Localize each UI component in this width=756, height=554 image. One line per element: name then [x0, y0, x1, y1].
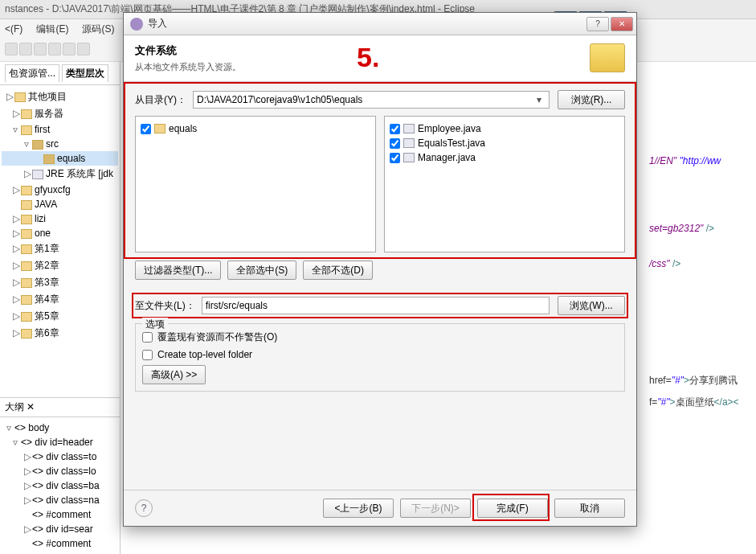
outline-item[interactable]: ▷<> div class=lo — [2, 464, 118, 478]
folder-icon — [154, 124, 166, 133]
menu-source[interactable]: 源码(S) — [82, 23, 114, 35]
project-tree-item[interactable]: ▷第5章 — [2, 308, 118, 325]
file-label: Manager.java — [418, 152, 476, 163]
outline-item[interactable]: <> #comment — [2, 536, 118, 551]
dialog-icon — [130, 18, 143, 31]
overwrite-checkbox[interactable] — [142, 332, 153, 343]
options-group: 覆盖现有资源而不作警告(O) Create top-level folder 高… — [135, 323, 625, 392]
header-subtitle: 从本地文件系统导入资源。 — [135, 61, 241, 73]
menu-edit[interactable]: 编辑(E) — [36, 23, 68, 35]
toolbar-icon[interactable] — [19, 43, 32, 55]
java-file-icon — [403, 153, 415, 162]
to-folder-input[interactable] — [202, 297, 550, 314]
from-dir-value: D:\JAVA2017\corejava9\v1ch05\equals — [197, 94, 362, 105]
finish-button[interactable]: 完成(F) — [477, 499, 548, 518]
outline-item[interactable]: ▷<> div class=na — [2, 493, 118, 507]
tree-item-label: equals — [169, 123, 197, 134]
project-tree-item[interactable]: ▷gfyuxcfg — [2, 183, 118, 197]
tree-item-equals[interactable]: equals — [141, 121, 370, 136]
dialog-footer: ? <上一步(B) 下一步(N)> 完成(F) 取消 — [124, 490, 636, 526]
select-all-button[interactable]: 全部选中(S) — [227, 261, 296, 280]
outline-item[interactable]: ▿<> body — [2, 421, 118, 435]
outline-item[interactable]: <> #comment — [2, 507, 118, 522]
toolbar-icon[interactable] — [63, 43, 76, 55]
project-tree-item[interactable]: ▷JRE 系统库 [jdk — [2, 166, 118, 183]
project-tree-item[interactable]: ▷第2章 — [2, 257, 118, 274]
from-dir-label: 从目录(Y)： — [135, 93, 186, 107]
tab-package-explorer[interactable]: 包资源管... — [5, 64, 59, 82]
file-item[interactable]: EqualsTest.java — [390, 136, 619, 150]
view-tabs[interactable]: 包资源管... 类型层次 — [0, 62, 120, 85]
browse-r-button[interactable]: 浏览(R)... — [558, 90, 625, 109]
project-tree-item[interactable]: ▷第6章 — [2, 325, 118, 342]
outline-item[interactable]: ▷<> div class=ba — [2, 478, 118, 493]
browse-w-button[interactable]: 浏览(W)... — [558, 296, 625, 315]
annotation-5: 5. — [357, 42, 379, 73]
toolbar-icon[interactable] — [34, 43, 47, 55]
file-checkbox[interactable] — [390, 138, 400, 149]
dialog-title: 导入 — [148, 17, 585, 31]
back-button[interactable]: <上一步(B) — [323, 499, 394, 518]
project-tree-item[interactable]: ▷其他项目 — [2, 88, 118, 105]
dialog-header: 文件系统 从本地文件系统导入资源。 5. — [124, 35, 636, 82]
project-tree-item[interactable]: ▷第3章 — [2, 274, 118, 291]
project-tree-item[interactable]: ▿first — [2, 122, 118, 137]
outline-title: 大纲 — [5, 401, 24, 412]
overwrite-label: 覆盖现有资源而不作警告(O) — [157, 330, 277, 344]
file-item[interactable]: Manager.java — [390, 150, 619, 165]
java-file-icon — [403, 138, 415, 148]
project-tree-item[interactable]: equals — [2, 151, 118, 166]
folder-icon — [590, 43, 625, 72]
file-label: Employee.java — [418, 123, 481, 134]
dialog-title-bar[interactable]: 导入 ? ✕ — [124, 13, 636, 35]
outline-view[interactable]: 大纲 ✕ ▿<> body▿<> div id=header▷<> div cl… — [0, 397, 120, 554]
outline-item[interactable]: ▷<> div class=to — [2, 449, 118, 464]
toolbar-icon[interactable] — [48, 43, 61, 55]
chevron-down-icon[interactable]: ▾ — [533, 94, 546, 105]
deselect-all-button[interactable]: 全部不选(D) — [303, 261, 373, 280]
outline-item[interactable]: ▿<> div id=header — [2, 435, 118, 449]
project-tree-item[interactable]: ▷lizi — [2, 211, 118, 226]
cancel-button[interactable]: 取消 — [554, 499, 625, 518]
file-item[interactable]: Employee.java — [390, 121, 619, 136]
advanced-button[interactable]: 高级(A) >> — [142, 365, 206, 384]
tab-type-hierarchy[interactable]: 类型层次 — [62, 64, 108, 82]
java-file-icon — [403, 124, 415, 133]
import-dialog: 导入 ? ✕ 文件系统 从本地文件系统导入资源。 5. 从目录(Y)： D:\J… — [123, 12, 637, 527]
project-tree-item[interactable]: ▷服务器 — [2, 105, 118, 122]
file-list-pane[interactable]: Employee.javaEqualsTest.javaManager.java — [384, 116, 625, 252]
menu-file[interactable]: <(F) — [5, 23, 22, 35]
toplevel-label: Create top-level folder — [157, 349, 252, 360]
dialog-help-icon[interactable]: ? — [586, 17, 609, 31]
header-title: 文件系统 — [135, 43, 241, 58]
project-tree-item[interactable]: ▷第1章 — [2, 240, 118, 257]
tree-item-checkbox[interactable] — [141, 124, 151, 134]
toplevel-checkbox[interactable] — [142, 350, 153, 360]
file-checkbox[interactable] — [390, 153, 400, 163]
toolbar-icon[interactable] — [5, 43, 18, 55]
filter-type-button[interactable]: 过滤器类型(T)... — [135, 261, 221, 280]
from-dir-combo[interactable]: D:\JAVA2017\corejava9\v1ch05\equals ▾ — [193, 91, 550, 109]
toolbar-icon[interactable] — [77, 43, 90, 55]
file-checkbox[interactable] — [390, 124, 400, 134]
eclipse-left-panel: 包资源管... 类型层次 ▷其他项目▷服务器▿first▿srcequals▷J… — [0, 62, 121, 554]
project-tree-item[interactable]: ▷第4章 — [2, 291, 118, 308]
project-tree-item[interactable]: ▷one — [2, 226, 118, 240]
file-label: EqualsTest.java — [418, 137, 485, 149]
project-tree-item[interactable]: ▿src — [2, 137, 118, 151]
dialog-close-icon[interactable]: ✕ — [611, 17, 633, 31]
source-tree-pane[interactable]: equals — [135, 116, 376, 252]
next-button: 下一步(N)> — [400, 499, 471, 518]
to-folder-label: 至文件夹(L)： — [135, 299, 195, 313]
project-tree-item[interactable]: JAVA — [2, 197, 118, 211]
project-tree[interactable]: ▷其他项目▷服务器▿first▿srcequals▷JRE 系统库 [jdk▷g… — [0, 85, 120, 397]
help-icon[interactable]: ? — [135, 499, 153, 517]
outline-item[interactable]: ▷<> div id=sear — [2, 522, 118, 536]
